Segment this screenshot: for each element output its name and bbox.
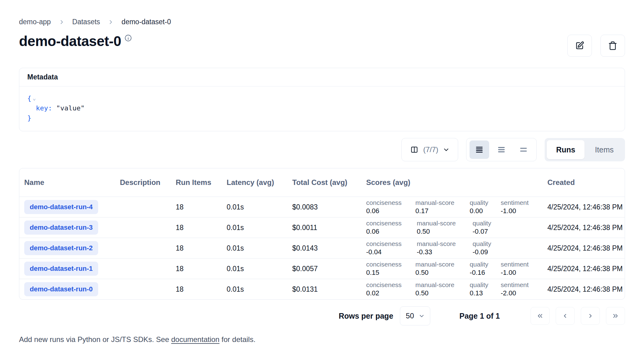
score-name: quality xyxy=(470,199,501,207)
score-value: -0.16 xyxy=(470,269,501,277)
score-name: sentiment xyxy=(501,281,542,289)
score-name: manual-score xyxy=(417,240,473,248)
info-icon[interactable] xyxy=(124,34,132,43)
edit-dataset-button[interactable] xyxy=(567,35,592,57)
score-value: 0.13 xyxy=(470,289,501,297)
chevron-left-icon xyxy=(562,312,569,320)
run-name-cell: demo-dataset-run-1 xyxy=(19,262,115,276)
score-value: 0.50 xyxy=(416,289,470,297)
run-name-link[interactable]: demo-dataset-run-1 xyxy=(24,262,98,276)
chevrons-left-icon xyxy=(536,312,544,320)
run-items-cell: 18 xyxy=(171,244,222,252)
run-name-cell: demo-dataset-run-2 xyxy=(19,241,115,255)
next-page-button[interactable] xyxy=(581,307,600,325)
tab-runs[interactable]: Runs xyxy=(547,140,585,159)
row-height-large-button[interactable] xyxy=(514,140,533,159)
run-items-cell: 18 xyxy=(171,265,222,273)
score-value: -0.33 xyxy=(417,248,473,256)
created-cell: 4/25/2024, 12:46:38 PM xyxy=(542,224,625,232)
total-cost-cell: $0.0057 xyxy=(287,265,361,273)
first-page-button[interactable] xyxy=(531,307,550,325)
json-value: "value" xyxy=(56,104,85,112)
column-header-name: Name xyxy=(19,178,115,187)
score-quality: quality0.13 xyxy=(470,281,501,297)
row-height-toggle-group xyxy=(466,138,537,161)
pagination-bar: Rows per page 50 Page 1 of 1 xyxy=(19,306,625,325)
run-name-link[interactable]: demo-dataset-run-3 xyxy=(24,221,98,235)
score-manual-score: manual-score0.50 xyxy=(416,281,470,297)
sdk-hint-text: Add new runs via Python or JS/TS SDKs. S… xyxy=(19,335,625,344)
total-cost-cell: $0.0011 xyxy=(287,224,361,232)
score-sentiment: sentiment-1.00 xyxy=(501,199,542,215)
breadcrumb-datasets[interactable]: Datasets xyxy=(72,18,100,26)
trash-icon xyxy=(608,41,617,50)
runs-table: NameDescriptionRun ItemsLatency (avg)Tot… xyxy=(19,168,625,300)
score-quality: quality-0.07 xyxy=(473,220,504,236)
chevron-down-icon xyxy=(419,313,424,319)
score-value: 0.06 xyxy=(366,228,417,236)
scores-cell: conciseness0.02manual-score0.50quality0.… xyxy=(361,281,542,297)
metadata-json-viewer: {⌄ key: "value" } xyxy=(19,86,625,131)
collapse-caret-icon[interactable]: ⌄ xyxy=(33,95,36,101)
previous-page-button[interactable] xyxy=(556,307,575,325)
score-manual-score: manual-score0.50 xyxy=(417,220,473,236)
latency-cell: 0.01s xyxy=(222,265,287,273)
column-visibility-button[interactable]: (7/7) xyxy=(401,138,458,161)
score-name: quality xyxy=(470,281,501,289)
column-visibility-count: (7/7) xyxy=(423,145,438,154)
score-conciseness: conciseness0.02 xyxy=(366,281,416,297)
rows-per-page-value: 50 xyxy=(406,312,414,320)
table-row[interactable]: demo-dataset-run-3180.01s$0.0011concisen… xyxy=(19,217,625,238)
score-value: -1.00 xyxy=(501,207,542,215)
score-name: manual-score xyxy=(416,199,470,207)
score-value: 0.50 xyxy=(417,228,473,236)
column-header-total-cost-avg: Total Cost (avg) xyxy=(287,178,361,187)
table-header-row: NameDescriptionRun ItemsLatency (avg)Tot… xyxy=(19,168,625,197)
breadcrumb-current-dataset[interactable]: demo-dataset-0 xyxy=(121,18,171,26)
score-name: quality xyxy=(473,220,504,227)
score-conciseness: conciseness0.15 xyxy=(366,261,416,277)
column-header-scores-avg: Scores (avg) xyxy=(361,178,542,187)
table-body: demo-dataset-run-4180.01s$0.0083concisen… xyxy=(19,197,625,299)
run-name-link[interactable]: demo-dataset-run-0 xyxy=(24,282,98,296)
documentation-link[interactable]: documentation xyxy=(171,335,219,344)
rows-sparse-icon xyxy=(519,145,528,154)
table-row[interactable]: demo-dataset-run-0180.01s$0.0131concisen… xyxy=(19,279,625,299)
metadata-card-title: Metadata xyxy=(19,68,625,86)
score-name: manual-score xyxy=(416,261,470,268)
score-name: conciseness xyxy=(366,261,416,268)
run-name-link[interactable]: demo-dataset-run-2 xyxy=(24,241,98,255)
edit-icon xyxy=(575,41,584,50)
chevron-right-icon xyxy=(108,19,113,25)
rows-per-page-label: Rows per page xyxy=(339,312,393,321)
score-sentiment: sentiment-1.00 xyxy=(501,261,542,277)
table-row[interactable]: demo-dataset-run-1180.01s$0.0057concisen… xyxy=(19,258,625,279)
columns-icon xyxy=(410,146,418,154)
tab-items[interactable]: Items xyxy=(586,140,623,159)
score-name: quality xyxy=(470,261,501,268)
run-name-link[interactable]: demo-dataset-run-4 xyxy=(24,200,98,214)
table-row[interactable]: demo-dataset-run-4180.01s$0.0083concisen… xyxy=(19,197,625,217)
delete-dataset-button[interactable] xyxy=(600,35,625,57)
column-header-description: Description xyxy=(115,178,171,187)
column-header-latency-avg: Latency (avg) xyxy=(222,178,287,187)
created-cell: 4/25/2024, 12:46:38 PM xyxy=(542,244,625,252)
created-cell: 4/25/2024, 12:46:38 PM xyxy=(542,285,625,294)
breadcrumb: demo-app Datasets demo-dataset-0 xyxy=(19,18,625,26)
row-height-small-button[interactable] xyxy=(470,140,489,159)
score-manual-score: manual-score0.17 xyxy=(416,199,470,215)
breadcrumb-project[interactable]: demo-app xyxy=(19,18,51,26)
page-header: demo-dataset-0 xyxy=(19,33,625,57)
table-row[interactable]: demo-dataset-run-2180.01s$0.0143concisen… xyxy=(19,238,625,258)
rows-per-page-select[interactable]: 50 xyxy=(400,306,430,325)
row-height-medium-button[interactable] xyxy=(492,140,511,159)
score-value: 0.06 xyxy=(366,207,416,215)
total-cost-cell: $0.0143 xyxy=(287,244,361,252)
page-title: demo-dataset-0 xyxy=(19,33,121,49)
chevron-right-icon xyxy=(59,19,64,25)
scores-cell: conciseness0.06manual-score0.17quality0.… xyxy=(361,199,542,215)
json-open-brace: { xyxy=(27,94,31,102)
score-value: -0.09 xyxy=(473,248,504,256)
score-value: -1.00 xyxy=(501,269,542,277)
last-page-button[interactable] xyxy=(606,307,625,325)
